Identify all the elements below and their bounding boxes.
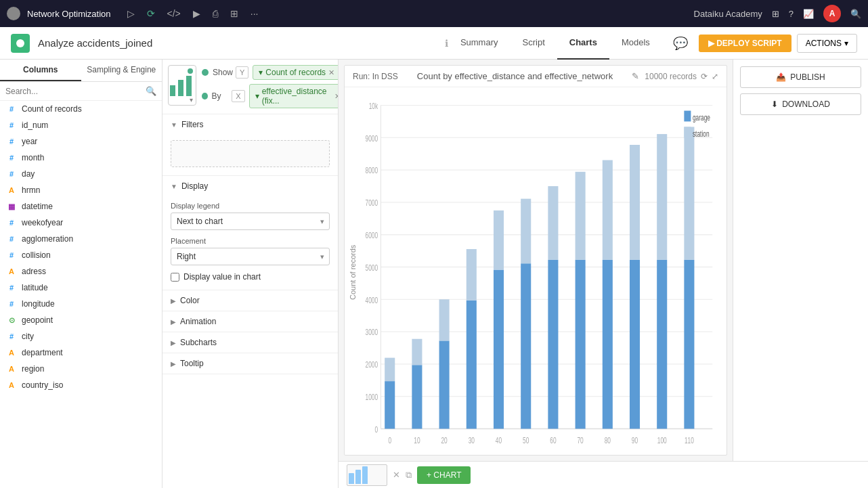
chart-right-area: Run: In DSS Count by effective_distance … [339,60,868,488]
nav-play-icon[interactable]: ▶ [190,8,203,19]
display-header[interactable]: ▼ Display [162,176,338,196]
svg-text:0: 0 [374,424,378,434]
list-item[interactable]: #longitude [0,296,162,312]
refresh-icon[interactable]: ⟳ [701,72,708,81]
col-type-icon: # [7,154,16,162]
subcharts-header[interactable]: ▶ Subcharts [162,332,338,353]
svg-text:20: 20 [441,435,447,445]
trend-icon[interactable]: 📈 [803,9,814,19]
download-button[interactable]: ⬇ DOWNLOAD [740,93,861,115]
add-chart-button[interactable]: + CHART [417,466,471,484]
user-avatar[interactable]: A [823,5,841,22]
display-value-label: Display value in chart [183,272,261,282]
svg-rect-44 [603,160,613,260]
col-name: city [22,332,34,341]
delete-chart-icon[interactable]: ✕ [393,470,400,480]
svg-text:1000: 1000 [366,392,378,401]
nav-flow-icon[interactable]: ⟳ [144,8,158,19]
y-axis-label: Count of records [347,93,358,452]
svg-text:10: 10 [414,435,420,445]
placement-group: Placement Right [171,237,330,265]
col-type-icon: # [7,284,16,292]
filters-label: Filters [181,120,204,129]
main-tabs: Summary Script Charts Models [448,27,662,60]
x-value-selector[interactable]: ▾effective_distance (fix... ✕ [249,84,339,108]
col-name: agglomeration [22,234,73,244]
search-input[interactable] [5,87,146,96]
filters-header[interactable]: ▼ Filters [162,114,338,135]
svg-rect-64 [684,111,691,122]
col-name: region [22,364,44,374]
chart-thumbnail[interactable] [347,464,387,486]
svg-rect-66 [684,127,691,137]
list-item[interactable]: #day [0,166,162,182]
animation-arrow-icon: ▶ [171,318,176,326]
tab-script[interactable]: Script [511,27,557,60]
nav-grid-icon[interactable]: ⊞ [227,8,241,19]
sidebar-tab-sampling[interactable]: Sampling & Engine [81,60,162,81]
tooltip-header[interactable]: ▶ Tooltip [162,353,338,374]
list-item[interactable]: #Count of records [0,101,162,117]
nav-code-icon[interactable]: </> [165,8,183,19]
tab-summary[interactable]: Summary [448,27,511,60]
publish-button[interactable]: 📤 PUBLISH [740,66,861,88]
color-header[interactable]: ▶ Color [162,290,338,311]
help-icon[interactable]: ? [789,9,794,19]
list-item[interactable]: #id_num [0,117,162,133]
list-item[interactable]: Acountry_iso [0,377,162,393]
tab-charts[interactable]: Charts [557,27,609,60]
list-item[interactable]: Aadress [0,263,162,280]
y-value-selector[interactable]: ▾Count of records ✕ [253,65,339,80]
svg-rect-37 [521,263,531,428]
col-name: department [22,348,63,357]
deploy-script-button[interactable]: ▶ DEPLOY SCRIPT [699,35,791,52]
display-legend-wrapper: Next to chart [171,213,330,230]
nav-forward-icon[interactable]: ▷ [125,8,137,19]
list-item[interactable]: #collision [0,247,162,263]
sidebar-tab-columns[interactable]: Columns [0,60,81,81]
svg-text:60: 60 [550,435,556,445]
list-item[interactable]: #weekofyear [0,215,162,231]
list-item[interactable]: #latitude [0,280,162,296]
list-item[interactable]: #agglomeration [0,231,162,247]
list-item[interactable]: #year [0,133,162,150]
copy-chart-icon[interactable]: ⧉ [406,470,412,481]
animation-header[interactable]: ▶ Animation [162,311,338,332]
tab-models[interactable]: Models [609,27,662,60]
nav-more-icon[interactable]: ··· [248,8,261,19]
search-icon[interactable]: 🔍 [850,9,861,19]
chat-icon[interactable]: 💬 [673,36,688,51]
subcharts-arrow-icon: ▶ [171,339,176,347]
svg-rect-42 [576,172,586,260]
list-item[interactable]: Aregion [0,361,162,377]
placement-wrapper: Right [171,248,330,265]
list-item[interactable]: ▦datetime [0,198,162,215]
placement-select[interactable]: Right [171,248,330,265]
col-type-icon: # [7,332,16,340]
y-value-close[interactable]: ✕ [328,68,334,77]
list-item[interactable]: Adepartment [0,345,162,361]
list-item[interactable]: #month [0,150,162,166]
expand-icon[interactable]: ⤢ [712,72,718,81]
svg-text:30: 30 [469,435,475,445]
apps-icon[interactable]: ⊞ [772,9,779,19]
svg-rect-43 [603,260,613,429]
thumb-bar-2 [355,470,361,484]
display-legend-select[interactable]: Next to chart [171,213,330,230]
app-title: Network Optimization [27,9,111,19]
actions-button[interactable]: ACTIONS ▾ [797,34,857,53]
svg-rect-34 [466,249,477,301]
list-item[interactable]: ⊙geopoint [0,312,162,328]
list-item[interactable]: #city [0,328,162,345]
filter-dropzone[interactable] [171,140,330,167]
main-layout: Columns Sampling & Engine 🔍 #Count of re… [0,60,868,488]
display-value-checkbox[interactable] [171,273,179,282]
nav-print-icon[interactable]: ⎙ [210,8,221,19]
list-item[interactable]: Ahrmn [0,182,162,198]
col-name: year [22,137,37,146]
chart-type-selector[interactable]: ▾ [168,65,196,106]
svg-rect-49 [684,260,694,429]
edit-icon[interactable]: ✎ [632,71,639,81]
chart-type-dot [188,68,193,74]
search-box: 🔍 [0,82,162,101]
